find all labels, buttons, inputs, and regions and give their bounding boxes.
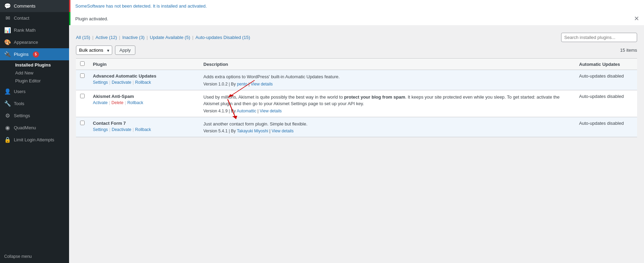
- description-cell: Adds extra options to WordPress' built-i…: [199, 70, 575, 90]
- plugin-rollback-link[interactable]: Rollback: [127, 100, 143, 105]
- sidebar-item-users[interactable]: 👤 Users: [0, 85, 69, 98]
- sidebar-sub-installed-plugins[interactable]: Installed Plugins: [12, 61, 69, 69]
- sidebar-item-label: Appearance: [14, 40, 38, 45]
- items-count: 15 items: [620, 48, 637, 53]
- filter-sep-4: |: [192, 35, 193, 40]
- plugins-submenu: Installed Plugins Add New Plugin Editor: [0, 60, 69, 85]
- filter-inactive[interactable]: Inactive (3): [122, 35, 144, 40]
- sidebar-item-settings[interactable]: ⚙ Settings: [0, 110, 69, 122]
- plugin-author-link[interactable]: Automattic: [237, 109, 257, 113]
- plugin-checkbox[interactable]: [80, 121, 85, 125]
- sidebar-sub-add-new[interactable]: Add New: [12, 69, 69, 77]
- row-checkbox-cell: [76, 70, 89, 90]
- plugins-table-wrap: Plugin Description Automatic Updates Adv…: [76, 58, 637, 137]
- filter-auto-updates[interactable]: Auto-updates Disabled (15): [195, 35, 250, 40]
- plugin-settings-link[interactable]: Settings: [93, 80, 108, 85]
- plugin-checkbox[interactable]: [80, 94, 85, 98]
- plugin-name: Advanced Automatic Updates: [93, 73, 195, 79]
- contact-icon: ✉: [4, 15, 11, 21]
- main-content: SomeSoftware has not been detected. It i…: [69, 0, 644, 263]
- plugin-checkbox[interactable]: [80, 73, 85, 78]
- bulk-actions-select[interactable]: Bulk actions: [76, 45, 112, 55]
- sidebar-item-appearance[interactable]: 🎨 Appearance: [0, 36, 69, 48]
- bulk-row-left: Bulk actions Apply: [76, 45, 135, 55]
- plugin-actions: Settings | Deactivate | Rollback: [93, 80, 195, 85]
- plugin-delete-link[interactable]: Delete: [112, 100, 124, 105]
- plugin-name: Akismet Anti-Spam: [93, 94, 195, 99]
- comments-icon: 💬: [4, 3, 11, 9]
- th-plugin: Plugin: [89, 59, 199, 70]
- auto-update-cell: Auto-updates disabled: [575, 90, 637, 117]
- plugin-deactivate-link[interactable]: Deactivate: [112, 127, 131, 132]
- sidebar-item-label: Rank Math: [14, 28, 36, 33]
- plugin-cell: Contact Form 7 Settings | Deactivate | R…: [89, 117, 199, 137]
- select-all-checkbox[interactable]: [80, 61, 85, 66]
- plugin-actions: Activate | Delete | Rollback: [93, 100, 195, 105]
- sidebar-item-label: Comments: [14, 3, 36, 9]
- users-icon: 👤: [4, 88, 11, 95]
- plugin-settings-link[interactable]: Settings: [93, 127, 108, 132]
- auto-update-cell: Auto-updates disabled: [575, 70, 637, 90]
- search-input[interactable]: [561, 33, 637, 42]
- sidebar-item-label: Tools: [14, 101, 24, 106]
- auto-update-status: Auto-updates disabled: [579, 94, 624, 99]
- plugin-activate-link[interactable]: Activate: [93, 100, 108, 105]
- plugin-description: Adds extra options to WordPress' built-i…: [203, 73, 571, 80]
- notice-close-button[interactable]: ✕: [634, 16, 639, 22]
- plugin-deactivate-link[interactable]: Deactivate: [112, 80, 131, 85]
- desc-bold: protect your blog from spam: [344, 94, 405, 100]
- search-wrap: [561, 33, 637, 42]
- appearance-icon: 🎨: [4, 39, 11, 45]
- quadmenu-icon: ◉: [4, 124, 11, 131]
- settings-icon: ⚙: [4, 112, 11, 119]
- th-auto-updates: Automatic Updates: [575, 59, 637, 70]
- collapse-menu-label: Collapse menu: [4, 254, 32, 259]
- plugin-rollback-link[interactable]: Rollback: [135, 80, 151, 85]
- plugin-author-link[interactable]: Takayuki Miyoshi: [237, 129, 268, 133]
- plugin-view-details[interactable]: View details: [251, 82, 273, 87]
- sidebar-item-label: QuadMenu: [14, 125, 36, 130]
- sidebar: 💬 Comments ✉ Contact 📊 Rank Math 🎨 Appea…: [0, 0, 69, 263]
- row-checkbox-cell: [76, 90, 89, 117]
- apply-button[interactable]: Apply: [115, 45, 135, 55]
- filter-sep-1: |: [92, 35, 93, 40]
- notice-error-text: SomeSoftware has not been detected. It i…: [75, 3, 207, 9]
- notice-success-text: Plugin activated.: [75, 16, 108, 21]
- plugin-name: Contact Form 7: [93, 121, 195, 126]
- row-checkbox-cell: [76, 117, 89, 137]
- tools-icon: 🔧: [4, 100, 11, 107]
- plugin-cell: Akismet Anti-Spam Activate | Delete | Ro…: [89, 90, 199, 117]
- sidebar-item-tools[interactable]: 🔧 Tools: [0, 98, 69, 110]
- plugins-badge: 5: [33, 51, 39, 58]
- plugins-table: Plugin Description Automatic Updates Adv…: [76, 58, 637, 137]
- plugin-view-details[interactable]: View details: [260, 109, 282, 113]
- sidebar-item-contact[interactable]: ✉ Contact: [0, 12, 69, 24]
- content-wrap: All (15) | Active (12) | Inactive (3) | …: [69, 29, 644, 263]
- rank-math-icon: 📊: [4, 27, 11, 33]
- bulk-actions-row: Bulk actions Apply 15 items: [76, 45, 637, 55]
- sidebar-item-limit-login[interactable]: 🔒 Limit Login Attempts: [0, 134, 69, 146]
- description-cell: Just another contact form plugin. Simple…: [199, 117, 575, 137]
- sidebar-item-rank-math[interactable]: 📊 Rank Math: [0, 24, 69, 36]
- filter-update[interactable]: Update Available (5): [150, 35, 190, 40]
- sidebar-item-quadmenu[interactable]: ◉ QuadMenu: [0, 122, 69, 134]
- plugin-version: Version 4.1.9 | By Automattic | View det…: [203, 109, 571, 113]
- sidebar-sub-plugin-editor[interactable]: Plugin Editor: [12, 77, 69, 85]
- plugin-rollback-link[interactable]: Rollback: [135, 127, 151, 132]
- sidebar-item-label: Plugins: [14, 52, 29, 57]
- sidebar-item-label: Contact: [14, 16, 29, 21]
- filter-active[interactable]: Active (12): [96, 35, 117, 40]
- filter-bar: All (15) | Active (12) | Inactive (3) | …: [76, 33, 637, 42]
- description-cell: Used by millions, Akismet is quite possi…: [199, 90, 575, 117]
- sidebar-item-plugins[interactable]: 🔌 Plugins 5: [0, 48, 69, 60]
- collapse-menu[interactable]: Collapse menu: [0, 250, 69, 263]
- notice-success: Plugin activated. ✕: [69, 12, 644, 25]
- plugin-view-details[interactable]: View details: [271, 129, 294, 133]
- filter-all[interactable]: All (15): [76, 35, 90, 40]
- sidebar-item-comments[interactable]: 💬 Comments: [0, 0, 69, 12]
- auto-update-cell: Auto-updates disabled: [575, 117, 637, 137]
- sidebar-item-label: Settings: [14, 113, 30, 118]
- notice-error: SomeSoftware has not been detected. It i…: [69, 0, 644, 12]
- plugin-author-link[interactable]: pento: [237, 82, 247, 87]
- plugins-icon: 🔌: [4, 51, 11, 58]
